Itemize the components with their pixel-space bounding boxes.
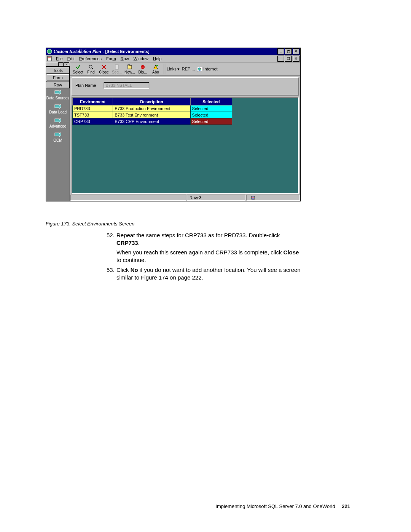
sidebar-btn-label: Row bbox=[54, 83, 62, 87]
step-text: Repeat the same steps for CRP733 as for … bbox=[116, 232, 280, 238]
sidebar-item-data-sources[interactable]: Data Sources bbox=[46, 88, 70, 102]
menu-row[interactable]: Row bbox=[118, 56, 131, 61]
step-53: 53. Click No if you do not want to add a… bbox=[107, 266, 301, 282]
menu-edit[interactable]: Edit bbox=[65, 56, 77, 61]
sidebar-mini-min[interactable]: _ bbox=[58, 62, 64, 66]
svg-point-9 bbox=[89, 65, 92, 68]
status-row-text: Row:3 bbox=[190, 195, 201, 200]
cell-selected[interactable]: Selected bbox=[190, 105, 232, 112]
instruction-text: 52. Repeat the same steps for CRP733 as … bbox=[107, 232, 301, 284]
sidebar-btn-label: Tools bbox=[53, 68, 63, 73]
status-empty bbox=[70, 195, 186, 201]
sidebar-btn-form[interactable]: Form bbox=[46, 74, 70, 81]
sidebar-item-ocm[interactable]: OCM bbox=[46, 131, 70, 145]
close-button[interactable]: ✕ bbox=[293, 48, 299, 54]
plan-name-field[interactable]: B733INSTALL bbox=[104, 82, 149, 89]
sidebar-item-label: Advanced bbox=[49, 124, 66, 128]
step-text: if you do not want to add another locati… bbox=[116, 267, 301, 281]
step-text: Click bbox=[116, 267, 131, 273]
window-title: Custom Installation Plan bbox=[54, 49, 101, 54]
ocm-icon bbox=[54, 132, 61, 137]
svg-point-0 bbox=[47, 49, 52, 54]
svg-rect-8 bbox=[55, 133, 59, 136]
col-environment[interactable]: Environment bbox=[73, 98, 113, 105]
abo-icon bbox=[149, 64, 162, 70]
data-sources-icon bbox=[54, 90, 61, 95]
rep-link[interactable]: REP ... bbox=[182, 67, 195, 71]
menu-file[interactable]: File bbox=[54, 56, 65, 61]
window-controls: _ ▢ ✕ bbox=[277, 48, 299, 54]
app-icon bbox=[47, 49, 52, 54]
status-rest bbox=[246, 195, 300, 201]
find-icon bbox=[84, 64, 97, 70]
status-row: Row:3 bbox=[187, 195, 245, 201]
toolbar-separator bbox=[164, 64, 165, 74]
cell-selected[interactable]: Selected bbox=[190, 112, 232, 118]
mdi-restore-button[interactable]: ❐ bbox=[285, 56, 292, 62]
step-bold: CRP733 bbox=[116, 240, 138, 246]
menu-help[interactable]: Help bbox=[151, 56, 164, 61]
check-icon bbox=[72, 64, 84, 70]
svg-line-10 bbox=[92, 68, 93, 69]
table-row[interactable]: CRP733B733 CRP EnvironmentSelected bbox=[73, 118, 232, 125]
toolbar-select[interactable]: Select bbox=[72, 64, 84, 74]
cell-description[interactable]: B733 CRP Environment bbox=[113, 118, 190, 125]
grid-header-row: Environment Description Selected bbox=[73, 98, 232, 105]
sidebar-item-data-load[interactable]: Data Load bbox=[46, 102, 70, 117]
step-text: . bbox=[138, 240, 140, 246]
toolbar-new[interactable]: New... bbox=[123, 64, 136, 74]
sidebar-header: _ × bbox=[46, 62, 70, 67]
svg-rect-17 bbox=[141, 67, 144, 67]
step-number: 53. bbox=[107, 266, 115, 274]
cell-environment[interactable]: TST733 bbox=[73, 112, 113, 118]
window-subtitle: - [Select Environments] bbox=[103, 49, 150, 54]
menu-bar: File Edit Preferences Form Row Window He… bbox=[46, 55, 300, 62]
cell-environment[interactable]: CRP733 bbox=[73, 118, 113, 125]
toolbar-links: Links ▾ REP ... Internet bbox=[167, 67, 218, 72]
plan-panel: Plan Name B733INSTALL bbox=[72, 77, 299, 96]
step-number: 52. bbox=[107, 232, 115, 239]
toolbar-find[interactable]: Find bbox=[84, 64, 97, 74]
page-number: 221 bbox=[342, 503, 350, 509]
content-area: Select Find Close Seq... New... bbox=[70, 62, 300, 201]
plan-name-label: Plan Name bbox=[75, 83, 96, 88]
toolbar-close[interactable]: Close bbox=[97, 64, 110, 74]
table-row[interactable]: TST733B733 Test EnvironmentSelected bbox=[73, 112, 232, 118]
sidebar-btn-tools[interactable]: Tools bbox=[46, 67, 70, 74]
internet-link[interactable]: Internet bbox=[203, 67, 217, 71]
col-selected[interactable]: Selected bbox=[190, 98, 232, 105]
environments-grid[interactable]: Environment Description Selected PRD733B… bbox=[72, 97, 299, 194]
sidebar-item-label: Data Load bbox=[49, 110, 67, 114]
links-dropdown[interactable]: ▾ bbox=[177, 67, 180, 72]
cell-description[interactable]: B733 Production Environment bbox=[113, 105, 190, 112]
toolbar-dis[interactable]: Dis... bbox=[136, 64, 149, 74]
mdi-minimize-button[interactable]: _ bbox=[277, 56, 284, 62]
svg-rect-2 bbox=[48, 57, 51, 58]
svg-rect-3 bbox=[48, 58, 51, 58]
cell-environment[interactable]: PRD733 bbox=[73, 105, 113, 112]
sidebar-btn-label: Form bbox=[53, 75, 63, 80]
toolbar: Select Find Close Seq... New... bbox=[70, 62, 300, 76]
minimize-button[interactable]: _ bbox=[277, 48, 284, 54]
sidebar-btn-row[interactable]: Row bbox=[46, 81, 70, 88]
status-bar: Row:3 bbox=[70, 194, 300, 201]
col-description[interactable]: Description bbox=[113, 98, 190, 105]
cell-selected[interactable]: Selected bbox=[190, 118, 232, 125]
mdi-close-button[interactable]: ✕ bbox=[293, 56, 299, 62]
dis-icon bbox=[136, 64, 149, 70]
menu-preferences[interactable]: Preferences bbox=[77, 56, 104, 61]
svg-point-18 bbox=[156, 65, 158, 66]
cell-description[interactable]: B733 Test Environment bbox=[113, 112, 190, 118]
figure-caption: Figure 173. Select Environments Screen bbox=[46, 221, 134, 227]
sidebar-item-advanced[interactable]: Advanced bbox=[46, 117, 70, 131]
table-row[interactable]: PRD733B733 Production EnvironmentSelecte… bbox=[73, 105, 232, 112]
sidebar-mini-close[interactable]: × bbox=[64, 62, 69, 66]
step-bold: Close bbox=[284, 249, 299, 256]
maximize-button[interactable]: ▢ bbox=[285, 48, 292, 54]
screenshot-figure: Custom Installation Plan - [Select Envir… bbox=[46, 48, 301, 201]
menu-window[interactable]: Window bbox=[131, 56, 151, 61]
menu-form[interactable]: Form bbox=[104, 56, 118, 61]
svg-rect-6 bbox=[55, 105, 59, 108]
toolbar-abo[interactable]: Abo bbox=[149, 64, 162, 74]
svg-rect-13 bbox=[115, 65, 118, 69]
